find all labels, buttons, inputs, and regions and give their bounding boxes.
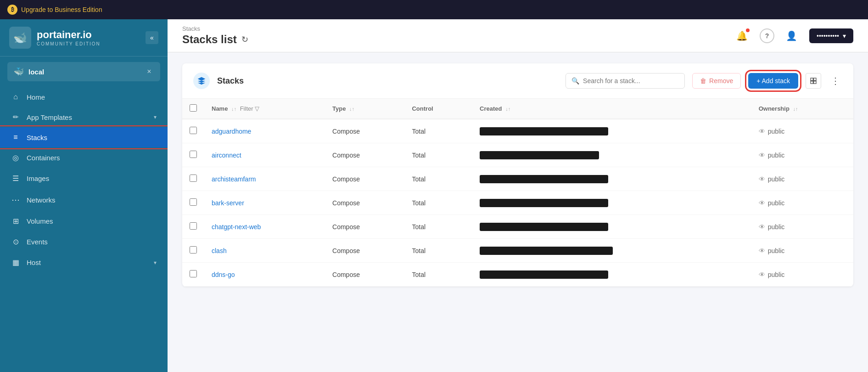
table-row: airconnect Compose Total 👁 public [182,143,853,167]
stacks-card: Stacks 🔍 🗑 Remove + Add stack [182,63,853,287]
networks-icon: ⋯ [11,195,20,205]
sidebar-item-host[interactable]: ▦ Host ▾ [0,252,168,273]
stack-name-cell: adguardhome [204,119,325,143]
row-checkbox[interactable] [190,127,197,134]
stack-control-cell: Total [404,215,472,239]
row-checkbox[interactable] [190,175,197,182]
sidebar-item-label: Home [27,93,157,101]
stack-type-cell: Compose [325,143,404,167]
row-checkbox-cell [182,167,204,191]
sidebar-item-events[interactable]: ⊙ Events [0,231,168,252]
stack-ownership-cell: 👁 public [751,119,853,143]
row-checkbox[interactable] [190,198,197,206]
env-docker-icon: 🐳 [14,67,24,77]
created-redacted [480,271,608,279]
upgrade-label: Upgrade to Business Edition [21,6,102,13]
search-box[interactable]: 🔍 [566,73,685,89]
row-checkbox-cell [182,239,204,263]
stack-name-link[interactable]: ddns-go [212,271,235,278]
search-input[interactable] [583,77,675,85]
kebab-menu-button[interactable]: ⋮ [829,74,842,88]
sidebar-item-stacks[interactable]: ≡ Stacks [0,127,168,147]
notifications-button[interactable]: 🔔 [734,28,750,44]
stack-created-cell [472,191,751,215]
logo-text: portainer.io COMMUNITY EDITION [37,29,101,46]
created-sort-icon[interactable]: ↓↑ [505,106,510,112]
stack-name-link[interactable]: chatgpt-next-web [212,223,261,231]
stack-name-link[interactable]: clash [212,247,227,254]
add-stack-button[interactable]: + Add stack [748,73,798,89]
stack-name-cell: ddns-go [204,263,325,287]
row-checkbox-cell [182,263,204,287]
stack-created-cell [472,239,751,263]
row-checkbox[interactable] [190,151,197,158]
created-redacted [480,175,608,183]
stack-created-cell [472,119,751,143]
user-chevron-icon: ▾ [843,32,846,39]
sidebar-item-networks[interactable]: ⋯ Networks [0,189,168,211]
stack-control-cell: Total [404,143,472,167]
row-checkbox-cell [182,143,204,167]
select-all-checkbox[interactable] [190,104,197,112]
control-column-header: Control [404,99,472,119]
view-toggle-button[interactable] [806,73,821,89]
user-menu-button[interactable]: •••••••••• ▾ [809,28,853,43]
stack-name-link[interactable]: bark-server [212,199,244,207]
type-sort-icon[interactable]: ↓↑ [349,106,354,112]
table-row: clash Compose Total 👁 public [182,239,853,263]
sidebar-item-home[interactable]: ⌂ Home [0,87,168,107]
sidebar-item-containers[interactable]: ◎ Containers [0,147,168,168]
table-row: bark-server Compose Total 👁 public [182,191,853,215]
coin-icon: ₿ [7,5,17,15]
ownership-label: public [768,247,785,254]
created-redacted [480,223,608,231]
content-area: Stacks 🔍 🗑 Remove + Add stack [168,52,868,372]
stack-name-link[interactable]: airconnect [212,152,241,159]
env-section[interactable]: 🐳 local × [7,62,160,81]
stack-ownership-cell: 👁 public [751,167,853,191]
row-checkbox[interactable] [190,270,197,277]
env-close-button[interactable]: × [145,67,154,76]
card-title: Stacks [217,76,558,86]
created-redacted [480,199,608,207]
stacks-icon: ≡ [11,133,20,141]
stack-name-link[interactable]: archisteamfarm [212,175,256,183]
sidebar-item-images[interactable]: ☰ Images [0,168,168,189]
user-profile-button[interactable]: 👤 [784,28,800,44]
upgrade-banner[interactable]: ₿ Upgrade to Business Edition [0,0,868,19]
stack-created-cell [472,167,751,191]
ownership-sort-icon[interactable]: ↓↑ [793,106,798,112]
ownership-label: public [768,175,785,183]
remove-button[interactable]: 🗑 Remove [692,73,741,89]
row-checkbox[interactable] [190,246,197,254]
sidebar-item-app-templates[interactable]: ✏ App Templates ▾ [0,107,168,127]
stacks-table: Name ↓↑ Filter ▽ Type ↓↑ Control [182,99,853,287]
svg-rect-1 [814,78,816,80]
filter-button[interactable]: Filter ▽ [240,105,260,112]
stack-ownership-cell: 👁 public [751,239,853,263]
sidebar-item-volumes[interactable]: ⊞ Volumes [0,211,168,231]
row-checkbox-cell [182,191,204,215]
sidebar-header: 🐋 portainer.io COMMUNITY EDITION « [0,19,168,56]
sidebar-item-label: Host [27,259,147,266]
sidebar-collapse-button[interactable]: « [146,31,158,44]
stack-name-link[interactable]: adguardhome [212,128,251,135]
refresh-button[interactable]: ↻ [241,34,248,45]
eye-icon: 👁 [759,128,765,135]
ownership-label: public [768,152,785,159]
help-button[interactable]: ? [760,28,774,43]
eye-icon: 👁 [759,199,765,207]
created-redacted [480,127,608,135]
eye-icon: 👁 [759,271,765,278]
notification-dot [746,28,750,32]
sidebar: 🐋 portainer.io COMMUNITY EDITION « 🐳 loc… [0,19,168,372]
breadcrumb: Stacks [182,25,248,32]
name-sort-icon[interactable]: ↓↑ [231,106,236,112]
sidebar-item-label: Stacks [27,134,157,141]
type-column-header: Type ↓↑ [325,99,404,119]
stack-control-cell: Total [404,119,472,143]
table-row: adguardhome Compose Total 👁 public [182,119,853,143]
row-checkbox[interactable] [190,222,197,230]
app-templates-icon: ✏ [11,113,20,121]
created-redacted [480,247,613,255]
